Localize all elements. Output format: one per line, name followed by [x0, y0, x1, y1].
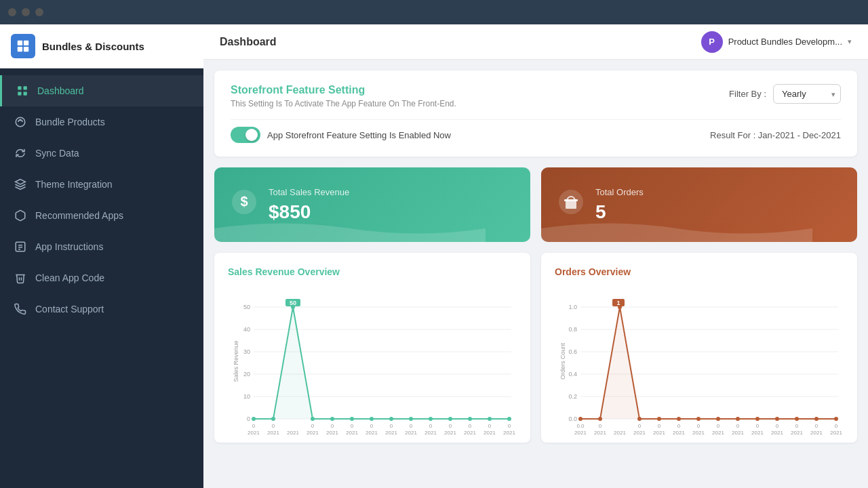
feature-toggle-row: App Storefront Feature Setting Is Enable… — [231, 119, 841, 143]
toggle-text: App Storefront Feature Setting Is Enable… — [267, 130, 451, 140]
data-point — [389, 417, 393, 421]
svg-text:0.0: 0.0 — [576, 423, 585, 429]
svg-point-76 — [578, 417, 583, 421]
data-point — [311, 417, 315, 421]
sidebar-item-app-instructions[interactable]: App Instructions — [0, 231, 203, 262]
svg-text:2021: 2021 — [594, 430, 606, 436]
sync-icon — [14, 146, 27, 160]
page-title: Dashboard — [220, 36, 277, 48]
stats-row: $ Total Sales Revenue $850 — [214, 167, 857, 242]
svg-text:2021: 2021 — [248, 430, 260, 436]
sidebar-label-clean-app-code: Clean App Code — [35, 272, 104, 283]
sidebar-item-contact-support[interactable]: Contact Support — [0, 293, 203, 325]
svg-point-89 — [834, 417, 838, 421]
svg-point-81 — [677, 417, 681, 421]
svg-text:0: 0 — [390, 423, 393, 429]
svg-text:0: 0 — [815, 423, 818, 429]
stat-label-orders: Total Orders — [595, 187, 644, 197]
svg-text:0.2: 0.2 — [568, 393, 577, 400]
chart-card-orders: Orders Overview 0.0 0.2 0.4 0.6 0.8 1.0 — [541, 253, 857, 443]
svg-rect-1 — [24, 41, 28, 45]
svg-text:2021: 2021 — [633, 430, 646, 436]
chart-container-orders: 0.0 0.2 0.4 0.6 0.8 1.0 — [555, 287, 844, 436]
sidebar-item-theme-integration[interactable]: Theme Integration — [0, 169, 203, 200]
main-content: Dashboard P Product Bundles Developm... … — [203, 24, 868, 488]
svg-text:0: 0 — [697, 423, 701, 429]
svg-rect-4 — [18, 86, 21, 89]
svg-text:0: 0 — [410, 423, 413, 429]
sidebar-item-recommended-apps[interactable]: Recommended Apps — [0, 200, 203, 231]
svg-text:30: 30 — [243, 348, 250, 355]
filter-label: Filter By : — [729, 89, 766, 99]
filter-select[interactable]: Yearly Monthly Weekly — [773, 84, 841, 104]
svg-text:0: 0 — [677, 423, 681, 429]
svg-text:0: 0 — [469, 423, 472, 429]
svg-text:20: 20 — [243, 371, 250, 378]
svg-text:0: 0 — [795, 423, 799, 429]
svg-rect-17 — [566, 201, 576, 209]
filter-row: Filter By : Yearly Monthly Weekly — [729, 84, 841, 104]
svg-text:2021: 2021 — [425, 430, 437, 436]
toggle-switch[interactable] — [231, 127, 260, 143]
chart-card-sales: Sales Revenue Overview 0 10 20 30 40 50 — [214, 253, 530, 443]
orders-chart-svg: 0.0 0.2 0.4 0.6 0.8 1.0 — [555, 287, 844, 436]
svg-point-84 — [736, 417, 740, 421]
svg-text:2021: 2021 — [712, 430, 724, 436]
data-point — [409, 417, 413, 421]
svg-point-79 — [637, 417, 642, 421]
svg-point-82 — [696, 417, 701, 421]
top-header: Dashboard P Product Bundles Developm... … — [203, 24, 868, 60]
svg-text:0: 0 — [311, 423, 315, 429]
user-badge[interactable]: P Product Bundles Developm... ▾ — [701, 31, 852, 53]
svg-point-86 — [775, 417, 779, 421]
data-point — [468, 417, 472, 421]
svg-point-80 — [657, 417, 661, 421]
svg-text:2021: 2021 — [673, 430, 685, 436]
svg-text:0: 0 — [331, 423, 334, 429]
feature-card-subtitle: This Setting Is To Activate The App Feat… — [231, 99, 456, 108]
svg-text:2021: 2021 — [810, 430, 823, 436]
svg-rect-7 — [24, 92, 27, 96]
svg-point-83 — [716, 417, 720, 421]
sidebar-nav: Dashboard Bundle Products — [0, 68, 203, 488]
sidebar: Bundles & Discounts Dashboard — [0, 24, 203, 488]
svg-text:2021: 2021 — [732, 430, 744, 436]
svg-text:1.0: 1.0 — [568, 304, 577, 310]
data-point — [271, 417, 275, 421]
sidebar-label-dashboard: Dashboard — [37, 85, 84, 96]
svg-text:50: 50 — [243, 304, 250, 310]
sidebar-item-dashboard[interactable]: Dashboard — [0, 75, 203, 106]
sidebar-label-contact-support: Contact Support — [35, 304, 104, 314]
app-wrapper: Bundles & Discounts Dashboard — [0, 24, 868, 488]
sidebar-item-bundle-products[interactable]: Bundle Products — [0, 106, 203, 138]
close-dot[interactable] — [8, 8, 16, 16]
svg-text:0: 0 — [488, 423, 492, 429]
feature-card-info: Storefront Feature Setting This Setting … — [231, 84, 456, 108]
dashboard-icon — [16, 84, 29, 98]
svg-rect-6 — [18, 92, 21, 96]
titlebar — [0, 0, 868, 24]
chart-title-orders: Orders Overview — [555, 266, 844, 277]
svg-text:2021: 2021 — [653, 430, 665, 436]
svg-text:2021: 2021 — [791, 430, 803, 436]
sidebar-item-clean-app-code[interactable]: Clean App Code — [0, 262, 203, 293]
sales-chart-svg: 0 10 20 30 40 50 — [228, 287, 517, 436]
svg-text:0: 0 — [717, 423, 720, 429]
svg-text:40: 40 — [243, 326, 250, 333]
svg-text:0: 0 — [247, 415, 250, 422]
maximize-dot[interactable] — [35, 8, 43, 16]
theme-icon — [14, 178, 27, 191]
sidebar-item-sync-data[interactable]: Sync Data — [0, 138, 203, 169]
filter-select-wrapper[interactable]: Yearly Monthly Weekly — [773, 84, 841, 104]
svg-point-9 — [20, 119, 21, 121]
svg-text:0: 0 — [756, 423, 760, 429]
data-point — [429, 417, 433, 421]
minimize-dot[interactable] — [22, 8, 30, 16]
stat-card-orders: Total Orders 5 — [541, 167, 857, 242]
chart-title-sales: Sales Revenue Overview — [228, 266, 517, 277]
chart-container-sales: 0 10 20 30 40 50 — [228, 287, 517, 436]
support-icon — [14, 302, 27, 316]
svg-point-77 — [598, 417, 602, 421]
svg-text:2021: 2021 — [267, 430, 279, 436]
data-point — [252, 417, 256, 421]
